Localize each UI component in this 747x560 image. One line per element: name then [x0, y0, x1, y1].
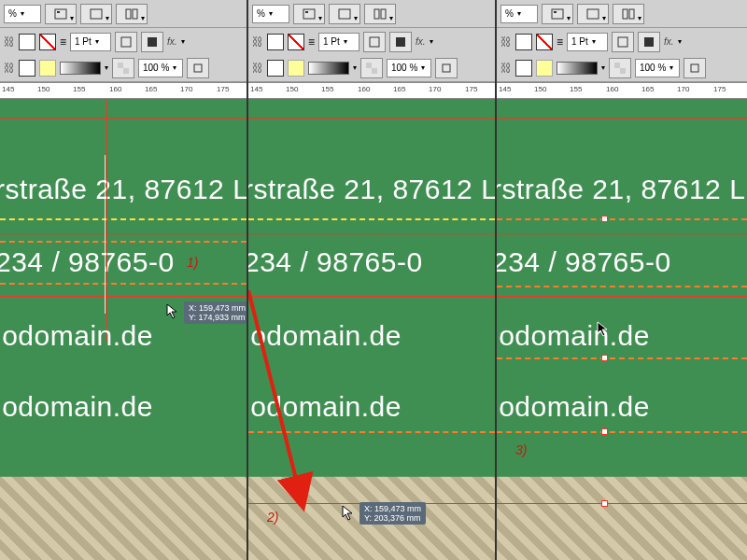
style-btn-2[interactable]: [389, 32, 412, 52]
style-btn-1[interactable]: [612, 32, 634, 52]
fx-label[interactable]: fx.: [167, 36, 177, 47]
document-canvas[interactable]: rstraße 21, 87612 L 234 / 98765-0 1) X: …: [0, 99, 247, 560]
fill-swatch-2[interactable]: [267, 60, 284, 77]
style-btn-1[interactable]: [115, 32, 137, 52]
link-icon[interactable]: ⛓: [500, 35, 512, 49]
document-canvas[interactable]: rstraße 21, 87612 L 234 / 98765-0 iodoma…: [248, 99, 495, 560]
stroke-swatch[interactable]: [288, 34, 304, 50]
link-icon-2[interactable]: ⛓: [4, 62, 15, 75]
arrange-button[interactable]: [364, 4, 396, 24]
coord-tooltip: X: 159,473 mm Y: 203,376 mm: [359, 502, 426, 525]
fill-swatch[interactable]: [267, 34, 284, 50]
link-icon-2[interactable]: ⛓: [500, 62, 512, 75]
stroke-swatch-2[interactable]: [536, 60, 553, 77]
chevron-down-icon[interactable]: ▾: [601, 63, 605, 72]
gradient-bar[interactable]: [308, 62, 349, 75]
fx-label[interactable]: fx.: [416, 36, 426, 47]
anchor-point[interactable]: [601, 428, 608, 435]
annotation-1: 1): [187, 255, 198, 270]
phone-text[interactable]: 234 / 98765-0: [497, 246, 671, 278]
view-options-button[interactable]: [45, 4, 77, 24]
domain-text-2[interactable]: iodomain.de: [0, 391, 153, 423]
screen-mode-button[interactable]: [329, 4, 360, 24]
svg-rect-24: [623, 9, 627, 19]
domain-text-1[interactable]: iodomain.de: [497, 320, 650, 352]
document-canvas[interactable]: rstraße 21, 87612 L 234 / 98765-0 iodoma…: [497, 99, 747, 560]
fill-swatch-2[interactable]: [515, 60, 532, 77]
svg-rect-21: [552, 9, 563, 19]
domain-text-2[interactable]: iodomain.de: [248, 391, 402, 423]
chevron-down-icon[interactable]: ▾: [105, 63, 108, 72]
address-text[interactable]: rstraße 21, 87612 L: [248, 174, 495, 205]
chevron-down-icon[interactable]: ▾: [430, 37, 433, 46]
svg-rect-1: [57, 11, 60, 13]
link-icon[interactable]: ⛓: [4, 35, 15, 49]
style-btn-1[interactable]: [363, 32, 386, 52]
annotation-3: 3): [515, 442, 527, 457]
phone-text[interactable]: 234 / 98765-0: [248, 246, 423, 278]
svg-rect-4: [133, 9, 137, 19]
percent-combo[interactable]: %: [500, 5, 538, 23]
anchor-point[interactable]: [601, 500, 608, 507]
link-icon-2[interactable]: ⛓: [252, 62, 263, 75]
arrange-button[interactable]: [613, 4, 644, 24]
fill-swatch[interactable]: [19, 34, 35, 50]
phone-text[interactable]: 234 / 98765-0: [0, 246, 175, 278]
stroke-weight-icon: ≡: [557, 35, 563, 49]
view-options-button[interactable]: [293, 4, 325, 24]
opacity-combo[interactable]: 100 %: [138, 59, 183, 77]
stroke-swatch[interactable]: [536, 34, 553, 50]
address-text[interactable]: rstraße 21, 87612 L: [0, 174, 247, 205]
bg-photo: [497, 476, 747, 560]
svg-rect-25: [629, 9, 634, 19]
opacity-icon: [112, 58, 134, 78]
percent-combo[interactable]: %: [252, 5, 289, 23]
opacity-icon: [609, 58, 631, 78]
anchor-point[interactable]: [601, 355, 608, 361]
style-btn-2[interactable]: [141, 32, 163, 52]
chevron-down-icon[interactable]: ▾: [678, 37, 682, 46]
horizontal-ruler[interactable]: 145 150 155 160 165 170 175: [0, 82, 247, 99]
svg-rect-7: [118, 63, 123, 68]
percent-combo[interactable]: %: [4, 5, 41, 23]
extra-btn[interactable]: [435, 58, 458, 78]
svg-rect-2: [91, 9, 102, 19]
fill-swatch-2[interactable]: [19, 60, 35, 77]
screen-mode-button[interactable]: [577, 4, 609, 24]
chevron-down-icon[interactable]: ▾: [353, 63, 357, 72]
stroke-swatch[interactable]: [39, 34, 56, 50]
stroke-weight-combo[interactable]: 1 Pt: [567, 33, 608, 51]
svg-rect-3: [126, 9, 131, 19]
fx-label[interactable]: fx.: [664, 36, 674, 47]
domain-text-1[interactable]: iodomain.de: [0, 320, 153, 352]
stroke-weight-combo[interactable]: 1 Pt: [318, 33, 359, 51]
arrange-button[interactable]: [116, 4, 148, 24]
extra-btn[interactable]: [684, 58, 706, 78]
address-text[interactable]: rstraße 21, 87612 L: [497, 174, 745, 205]
opacity-combo[interactable]: 100 %: [635, 59, 680, 77]
horizontal-ruler[interactable]: 145 150 155 160 165 170 175: [497, 82, 747, 99]
link-icon[interactable]: ⛓: [252, 35, 263, 49]
gradient-bar[interactable]: [60, 62, 101, 75]
chevron-down-icon[interactable]: ▾: [181, 37, 185, 46]
svg-rect-6: [148, 37, 157, 47]
coord-tooltip: X: 159,473 mm Y: 174,933 mm: [184, 301, 247, 324]
panel-3: % ⛓ ≡ 1 Pt fx. ▾ ⛓ ▾: [497, 0, 747, 560]
anchor-point[interactable]: [601, 216, 608, 222]
screen-mode-button[interactable]: [80, 4, 112, 24]
fill-swatch[interactable]: [515, 34, 532, 50]
toolbar-row-2: ⛓ ≡ 1 Pt fx. ▾ ⛓ ▾ 100 %: [497, 28, 747, 82]
domain-text-2[interactable]: iodomain.de: [497, 391, 650, 423]
stroke-weight-combo[interactable]: 1 Pt: [70, 33, 111, 51]
svg-rect-12: [339, 9, 350, 19]
view-options-button[interactable]: [542, 4, 573, 24]
stroke-swatch-2[interactable]: [288, 60, 304, 77]
extra-btn[interactable]: [187, 58, 209, 78]
opacity-combo[interactable]: 100 %: [387, 59, 431, 77]
domain-text-1[interactable]: iodomain.de: [248, 320, 402, 352]
horizontal-ruler[interactable]: 145 150 155 160 165 170 175: [248, 82, 495, 99]
svg-rect-17: [366, 63, 372, 68]
gradient-bar[interactable]: [557, 62, 598, 75]
style-btn-2[interactable]: [638, 32, 660, 52]
stroke-swatch-2[interactable]: [39, 60, 56, 77]
